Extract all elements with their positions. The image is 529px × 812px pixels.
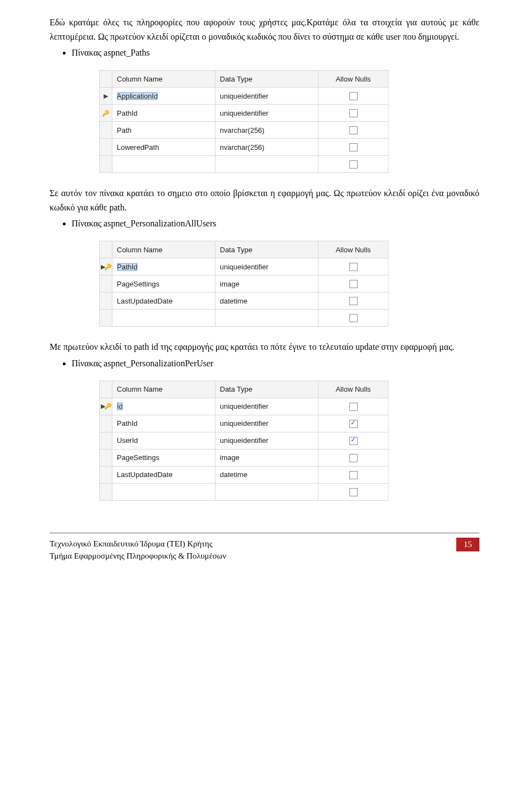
cell-column-name (112, 156, 215, 173)
table-row (100, 156, 388, 173)
row-gutter (100, 449, 112, 466)
table-header-row: Column Name Data Type Allow Nulls (100, 381, 388, 398)
row-selector-key-icon: ▶🔑 (101, 263, 111, 270)
header-data-type: Data Type (215, 71, 319, 88)
header-column-name: Column Name (112, 71, 215, 88)
cell-column-name: LoweredPath (112, 139, 215, 156)
cell-column-name: LastUpdatedDate (112, 466, 215, 483)
table-row: PathIduniqueidentifier (100, 415, 388, 432)
schema-table-allusers: Column Name Data Type Allow Nulls ▶🔑Path… (99, 241, 479, 327)
cell-allow-nulls (319, 415, 388, 432)
row-selector-key-icon: ▶🔑 (101, 403, 111, 409)
cell-allow-nulls (319, 139, 388, 156)
row-selector-icon: ▶ (104, 93, 108, 99)
cell-column-name: ApplicationId (112, 88, 215, 105)
allow-nulls-checkbox[interactable] (349, 160, 358, 169)
footer-department: Τμήμα Εφαρμοσμένης Πληροφορικής & Πολυμέ… (50, 550, 226, 562)
header-allow-nulls: Allow Nulls (319, 241, 388, 258)
header-data-type: Data Type (215, 381, 319, 398)
cell-column-name: UserId (112, 432, 215, 449)
cell-data-type: nvarchar(256) (215, 139, 319, 156)
cell-allow-nulls (319, 432, 388, 449)
row-gutter (100, 122, 112, 139)
cell-data-type: uniqueidentifier (215, 88, 319, 105)
cell-data-type: uniqueidentifier (215, 415, 319, 432)
table-header-row: Column Name Data Type Allow Nulls (100, 71, 388, 88)
footer-institution: Τεχνολογικό Εκπαιδευτικό Ίδρυμα (ΤΕΙ) Κρ… (50, 538, 226, 550)
allow-nulls-checkbox[interactable] (349, 109, 358, 117)
cell-allow-nulls (319, 483, 388, 500)
table-row (100, 310, 388, 327)
header-allow-nulls: Allow Nulls (319, 71, 388, 88)
table-row: PageSettingsimage (100, 275, 388, 293)
row-gutter (100, 293, 112, 310)
cell-allow-nulls (319, 105, 388, 122)
allow-nulls-checkbox[interactable] (349, 280, 358, 288)
allow-nulls-checkbox[interactable] (349, 314, 358, 322)
cell-column-name (112, 483, 215, 500)
table-row: ▶ApplicationIduniqueidentifier (100, 88, 388, 105)
allow-nulls-checkbox[interactable] (349, 92, 358, 100)
cell-data-type: nvarchar(256) (215, 122, 319, 139)
header-column-name: Column Name (112, 241, 215, 258)
gutter-header (100, 381, 112, 398)
header-column-name: Column Name (112, 381, 215, 398)
allow-nulls-checkbox[interactable] (349, 454, 358, 462)
primary-key-icon: 🔑 (102, 110, 110, 116)
cell-column-name: PathId (112, 415, 215, 432)
allow-nulls-checkbox[interactable] (349, 488, 358, 496)
table-row: LastUpdatedDatedatetime (100, 466, 388, 483)
allow-nulls-checkbox[interactable] (349, 126, 358, 134)
paragraph-3: Με πρωτεύον κλειδί το path id της εφαρμο… (50, 340, 479, 354)
cell-allow-nulls (319, 466, 388, 483)
table-row: Pathnvarchar(256) (100, 122, 388, 139)
row-gutter: ▶ (100, 88, 112, 105)
row-gutter (100, 466, 112, 483)
page-number: 15 (456, 538, 479, 551)
cell-column-name (112, 310, 215, 327)
paragraph-1: Εδώ κρατάμε όλες τις πληροφορίες που αφο… (50, 15, 479, 44)
cell-column-name: Id (112, 398, 215, 415)
row-gutter: ▶🔑 (100, 398, 112, 415)
cell-data-type: datetime (215, 293, 319, 310)
cell-column-name: PathId (112, 258, 215, 275)
cell-data-type (215, 310, 319, 327)
cell-column-name: PageSettings (112, 449, 215, 466)
allow-nulls-checkbox[interactable] (349, 420, 358, 428)
row-gutter: 🔑 (100, 105, 112, 122)
schema-table-peruser: Column Name Data Type Allow Nulls ▶🔑Idun… (99, 381, 479, 501)
table-row: LoweredPathnvarchar(256) (100, 139, 388, 156)
cell-data-type: uniqueidentifier (215, 432, 319, 449)
cell-data-type (215, 483, 319, 500)
bullet-personalization-per-user: Πίνακας aspnet_PersonalizationPerUser (72, 358, 479, 370)
header-data-type: Data Type (215, 241, 319, 258)
cell-column-name: PageSettings (112, 275, 215, 293)
allow-nulls-checkbox[interactable] (349, 471, 358, 479)
cell-allow-nulls (319, 258, 388, 275)
table-row: ▶🔑PathIduniqueidentifier (100, 258, 388, 275)
bullet-aspnet-paths: Πίνακας aspnet_Paths (72, 47, 479, 59)
allow-nulls-checkbox[interactable] (349, 143, 358, 151)
table-row: PageSettingsimage (100, 449, 388, 466)
cell-column-name: Path (112, 122, 215, 139)
cell-data-type: uniqueidentifier (215, 105, 319, 122)
cell-allow-nulls (319, 275, 388, 293)
gutter-header (100, 241, 112, 258)
cell-data-type (215, 156, 319, 173)
allow-nulls-checkbox[interactable] (349, 297, 358, 305)
allow-nulls-checkbox[interactable] (349, 437, 358, 445)
cell-column-name: LastUpdatedDate (112, 293, 215, 310)
cell-allow-nulls (319, 398, 388, 415)
row-gutter (100, 415, 112, 432)
gutter-header (100, 71, 112, 88)
bullet-personalization-all-users: Πίνακας aspnet_PersonalizationAllUsers (72, 218, 479, 230)
cell-allow-nulls (319, 156, 388, 173)
allow-nulls-checkbox[interactable] (349, 263, 358, 271)
header-allow-nulls: Allow Nulls (319, 381, 388, 398)
cell-allow-nulls (319, 88, 388, 105)
cell-data-type: image (215, 449, 319, 466)
schema-table-paths: Column Name Data Type Allow Nulls ▶Appli… (99, 70, 479, 173)
cell-allow-nulls (319, 122, 388, 139)
paragraph-2: Σε αυτόν τον πίνακα κρατάει το σημειο στ… (50, 186, 479, 214)
allow-nulls-checkbox[interactable] (349, 403, 358, 411)
